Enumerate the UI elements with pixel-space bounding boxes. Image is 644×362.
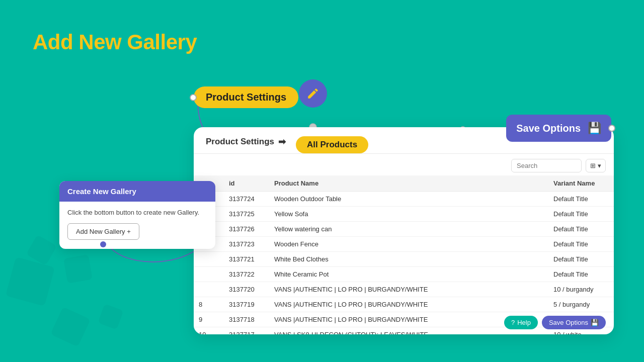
cell-id: 3137718 xyxy=(224,312,269,327)
cell-name: White Ceramic Pot xyxy=(269,267,548,282)
cell-variant: 10 / burgandy xyxy=(548,282,614,297)
table-row[interactable]: 8 3137719 VANS |AUTHENTIC | LO PRO | BUR… xyxy=(194,297,614,312)
gallery-card-body: Click the bottom button to create new Ga… xyxy=(59,202,215,249)
table-row[interactable]: 3137720 VANS |AUTHENTIC | LO PRO | BURGA… xyxy=(194,282,614,297)
gallery-card: Create New Gallery Click the bottom butt… xyxy=(59,181,215,249)
cell-id: 3137725 xyxy=(224,207,269,222)
cell-id: 3137724 xyxy=(224,192,269,207)
cell-variant: Default Title xyxy=(548,192,614,207)
cell-id: 3137722 xyxy=(224,267,269,282)
save-options-label: Save Options xyxy=(516,123,581,134)
panel-toolbar: ⊞ ▾ xyxy=(194,154,614,175)
cell-id: 3137720 xyxy=(224,282,269,297)
cell-variant: Default Title xyxy=(548,222,614,237)
page-title: Add New Gallery xyxy=(33,30,197,54)
gallery-card-description: Click the bottom button to create new Ga… xyxy=(67,209,207,216)
gallery-card-header: Create New Gallery xyxy=(59,181,215,202)
cell-variant: Default Title xyxy=(548,267,614,282)
cell-sno: 10 xyxy=(194,327,224,335)
edit-icon-circle[interactable] xyxy=(299,79,327,108)
table-row[interactable]: 3137721 White Bed Clothes Default Title xyxy=(194,252,614,267)
table-container: S.No. id Product Name Variant Name 31377… xyxy=(194,175,614,334)
save-label: Save Options xyxy=(549,319,588,326)
product-settings-pill-label: Product Settings xyxy=(206,92,286,103)
tab-product-settings-label: Product Settings xyxy=(206,137,274,147)
gallery-card-title: Create New Gallery xyxy=(67,187,136,196)
tab-all-products-label: All Products xyxy=(307,140,357,149)
table-row[interactable]: 3137725 Yellow Sofa Default Title xyxy=(194,207,614,222)
cell-id: 3137719 xyxy=(224,297,269,312)
cell-id: 3137717 xyxy=(224,327,269,335)
table-row[interactable]: 3137724 Wooden Outdoor Table Default Tit… xyxy=(194,192,614,207)
cell-variant: Default Title xyxy=(548,207,614,222)
table-row[interactable]: 3137722 White Ceramic Pot Default Title xyxy=(194,267,614,282)
cell-name: Wooden Outdoor Table xyxy=(269,192,548,207)
cell-id: 3137726 xyxy=(224,222,269,237)
col-header-name: Product Name xyxy=(269,175,548,192)
save-options-pill[interactable]: Save Options 💾 xyxy=(506,115,611,142)
cell-name: VANS |AUTHENTIC | LO PRO | BURGANDY/WHIT… xyxy=(269,282,548,297)
add-gallery-dot xyxy=(100,241,106,247)
save-options-button[interactable]: Save Options 💾 xyxy=(542,316,606,329)
table-body: 3137724 Wooden Outdoor Table Default Tit… xyxy=(194,192,614,335)
tab-all-products[interactable]: All Products xyxy=(296,136,368,153)
cell-sno: 9 xyxy=(194,312,224,327)
cell-sno xyxy=(194,252,224,267)
product-settings-pill[interactable]: Product Settings xyxy=(194,86,298,108)
help-icon: ? xyxy=(511,319,515,326)
edit-icon xyxy=(306,87,319,100)
cell-id: 3137723 xyxy=(224,237,269,252)
table-row[interactable]: 3137726 Yellow watering can Default Titl… xyxy=(194,222,614,237)
bottom-actions: ? Help Save Options 💾 xyxy=(504,316,606,329)
cell-variant: Default Title xyxy=(548,252,614,267)
tab-arrow-icon: ➡ xyxy=(278,136,286,147)
cell-name: VANS |AUTHENTIC | LO PRO | BURGANDY/WHIT… xyxy=(269,297,548,312)
cell-sno xyxy=(194,282,224,297)
save-floppy-icon: 💾 xyxy=(591,319,599,326)
floppy-icon: 💾 xyxy=(588,122,601,135)
grid-dropdown-arrow: ▾ xyxy=(598,162,601,169)
col-header-id: id xyxy=(224,175,269,192)
cell-sno xyxy=(194,267,224,282)
cell-sno: 8 xyxy=(194,297,224,312)
save-pill-dot xyxy=(608,125,615,132)
search-input[interactable] xyxy=(511,159,582,172)
main-panel: Product Settings ➡ All Products ⊞ ▾ S.No… xyxy=(194,127,614,334)
cell-name: Yellow watering can xyxy=(269,222,548,237)
help-button[interactable]: ? Help xyxy=(504,316,538,329)
table-row[interactable]: 3137723 Wooden Fence Default Title xyxy=(194,237,614,252)
add-gallery-button[interactable]: Add New Gallery + xyxy=(67,223,139,240)
cell-name: Wooden Fence xyxy=(269,237,548,252)
grid-icon: ⊞ xyxy=(590,162,596,169)
help-label: Help xyxy=(517,319,531,326)
cell-name: White Bed Clothes xyxy=(269,252,548,267)
pill-connector-dot xyxy=(190,94,197,101)
cell-id: 3137721 xyxy=(224,252,269,267)
grid-view-button[interactable]: ⊞ ▾ xyxy=(586,159,606,172)
col-header-variant: Variant Name xyxy=(548,175,614,192)
cell-variant: Default Title xyxy=(548,237,614,252)
cell-name: Yellow Sofa xyxy=(269,207,548,222)
add-gallery-label: Add New Gallery + xyxy=(76,228,131,235)
cell-variant: 5 / burgandy xyxy=(548,297,614,312)
table-header: S.No. id Product Name Variant Name xyxy=(194,175,614,192)
tab-product-settings[interactable]: Product Settings ➡ xyxy=(206,136,291,153)
products-table: S.No. id Product Name Variant Name 31377… xyxy=(194,175,614,334)
